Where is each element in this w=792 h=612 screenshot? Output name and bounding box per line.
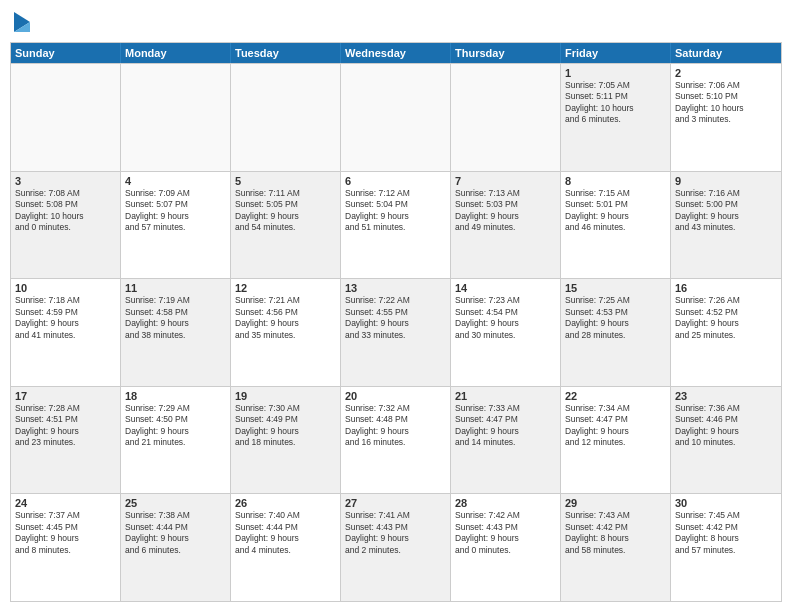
- calendar-cell: 17Sunrise: 7:28 AM Sunset: 4:51 PM Dayli…: [11, 387, 121, 494]
- calendar-cell: 13Sunrise: 7:22 AM Sunset: 4:55 PM Dayli…: [341, 279, 451, 386]
- day-info: Sunrise: 7:22 AM Sunset: 4:55 PM Dayligh…: [345, 295, 446, 341]
- day-number: 7: [455, 175, 556, 187]
- day-number: 5: [235, 175, 336, 187]
- calendar-cell: 24Sunrise: 7:37 AM Sunset: 4:45 PM Dayli…: [11, 494, 121, 601]
- calendar-cell: 20Sunrise: 7:32 AM Sunset: 4:48 PM Dayli…: [341, 387, 451, 494]
- calendar-cell: 11Sunrise: 7:19 AM Sunset: 4:58 PM Dayli…: [121, 279, 231, 386]
- calendar-cell: 12Sunrise: 7:21 AM Sunset: 4:56 PM Dayli…: [231, 279, 341, 386]
- header-day-thursday: Thursday: [451, 43, 561, 63]
- calendar-cell: 19Sunrise: 7:30 AM Sunset: 4:49 PM Dayli…: [231, 387, 341, 494]
- day-info: Sunrise: 7:38 AM Sunset: 4:44 PM Dayligh…: [125, 510, 226, 556]
- day-info: Sunrise: 7:43 AM Sunset: 4:42 PM Dayligh…: [565, 510, 666, 556]
- day-info: Sunrise: 7:45 AM Sunset: 4:42 PM Dayligh…: [675, 510, 777, 556]
- day-number: 13: [345, 282, 446, 294]
- day-number: 12: [235, 282, 336, 294]
- day-info: Sunrise: 7:19 AM Sunset: 4:58 PM Dayligh…: [125, 295, 226, 341]
- day-info: Sunrise: 7:23 AM Sunset: 4:54 PM Dayligh…: [455, 295, 556, 341]
- page: SundayMondayTuesdayWednesdayThursdayFrid…: [0, 0, 792, 612]
- calendar-cell: 6Sunrise: 7:12 AM Sunset: 5:04 PM Daylig…: [341, 172, 451, 279]
- day-info: Sunrise: 7:42 AM Sunset: 4:43 PM Dayligh…: [455, 510, 556, 556]
- calendar-cell: 29Sunrise: 7:43 AM Sunset: 4:42 PM Dayli…: [561, 494, 671, 601]
- calendar-row-2: 10Sunrise: 7:18 AM Sunset: 4:59 PM Dayli…: [11, 278, 781, 386]
- calendar-cell: 7Sunrise: 7:13 AM Sunset: 5:03 PM Daylig…: [451, 172, 561, 279]
- day-info: Sunrise: 7:36 AM Sunset: 4:46 PM Dayligh…: [675, 403, 777, 449]
- day-number: 23: [675, 390, 777, 402]
- header: [10, 10, 782, 34]
- day-info: Sunrise: 7:08 AM Sunset: 5:08 PM Dayligh…: [15, 188, 116, 234]
- day-info: Sunrise: 7:33 AM Sunset: 4:47 PM Dayligh…: [455, 403, 556, 449]
- calendar-cell: 2Sunrise: 7:06 AM Sunset: 5:10 PM Daylig…: [671, 64, 781, 171]
- header-day-friday: Friday: [561, 43, 671, 63]
- header-day-tuesday: Tuesday: [231, 43, 341, 63]
- day-info: Sunrise: 7:21 AM Sunset: 4:56 PM Dayligh…: [235, 295, 336, 341]
- calendar-cell: 10Sunrise: 7:18 AM Sunset: 4:59 PM Dayli…: [11, 279, 121, 386]
- calendar-cell: [451, 64, 561, 171]
- day-number: 11: [125, 282, 226, 294]
- calendar-cell: 3Sunrise: 7:08 AM Sunset: 5:08 PM Daylig…: [11, 172, 121, 279]
- calendar-cell: [341, 64, 451, 171]
- day-info: Sunrise: 7:25 AM Sunset: 4:53 PM Dayligh…: [565, 295, 666, 341]
- day-number: 19: [235, 390, 336, 402]
- calendar-cell: 15Sunrise: 7:25 AM Sunset: 4:53 PM Dayli…: [561, 279, 671, 386]
- header-day-sunday: Sunday: [11, 43, 121, 63]
- calendar-row-4: 24Sunrise: 7:37 AM Sunset: 4:45 PM Dayli…: [11, 493, 781, 601]
- day-number: 26: [235, 497, 336, 509]
- day-info: Sunrise: 7:11 AM Sunset: 5:05 PM Dayligh…: [235, 188, 336, 234]
- calendar-cell: [121, 64, 231, 171]
- day-number: 20: [345, 390, 446, 402]
- calendar: SundayMondayTuesdayWednesdayThursdayFrid…: [10, 42, 782, 602]
- day-number: 25: [125, 497, 226, 509]
- day-info: Sunrise: 7:26 AM Sunset: 4:52 PM Dayligh…: [675, 295, 777, 341]
- calendar-row-0: 1Sunrise: 7:05 AM Sunset: 5:11 PM Daylig…: [11, 63, 781, 171]
- day-info: Sunrise: 7:18 AM Sunset: 4:59 PM Dayligh…: [15, 295, 116, 341]
- day-number: 8: [565, 175, 666, 187]
- calendar-cell: [11, 64, 121, 171]
- header-day-wednesday: Wednesday: [341, 43, 451, 63]
- day-number: 29: [565, 497, 666, 509]
- day-info: Sunrise: 7:12 AM Sunset: 5:04 PM Dayligh…: [345, 188, 446, 234]
- calendar-cell: 18Sunrise: 7:29 AM Sunset: 4:50 PM Dayli…: [121, 387, 231, 494]
- logo-icon: [12, 10, 32, 34]
- calendar-cell: 8Sunrise: 7:15 AM Sunset: 5:01 PM Daylig…: [561, 172, 671, 279]
- calendar-row-3: 17Sunrise: 7:28 AM Sunset: 4:51 PM Dayli…: [11, 386, 781, 494]
- day-info: Sunrise: 7:40 AM Sunset: 4:44 PM Dayligh…: [235, 510, 336, 556]
- day-info: Sunrise: 7:41 AM Sunset: 4:43 PM Dayligh…: [345, 510, 446, 556]
- calendar-cell: 5Sunrise: 7:11 AM Sunset: 5:05 PM Daylig…: [231, 172, 341, 279]
- day-number: 6: [345, 175, 446, 187]
- day-info: Sunrise: 7:37 AM Sunset: 4:45 PM Dayligh…: [15, 510, 116, 556]
- day-info: Sunrise: 7:29 AM Sunset: 4:50 PM Dayligh…: [125, 403, 226, 449]
- day-number: 1: [565, 67, 666, 79]
- day-info: Sunrise: 7:16 AM Sunset: 5:00 PM Dayligh…: [675, 188, 777, 234]
- calendar-cell: 1Sunrise: 7:05 AM Sunset: 5:11 PM Daylig…: [561, 64, 671, 171]
- calendar-cell: 25Sunrise: 7:38 AM Sunset: 4:44 PM Dayli…: [121, 494, 231, 601]
- header-day-monday: Monday: [121, 43, 231, 63]
- day-info: Sunrise: 7:28 AM Sunset: 4:51 PM Dayligh…: [15, 403, 116, 449]
- day-info: Sunrise: 7:15 AM Sunset: 5:01 PM Dayligh…: [565, 188, 666, 234]
- day-number: 9: [675, 175, 777, 187]
- calendar-header: SundayMondayTuesdayWednesdayThursdayFrid…: [11, 43, 781, 63]
- day-number: 24: [15, 497, 116, 509]
- day-number: 17: [15, 390, 116, 402]
- day-number: 4: [125, 175, 226, 187]
- day-info: Sunrise: 7:32 AM Sunset: 4:48 PM Dayligh…: [345, 403, 446, 449]
- calendar-cell: 23Sunrise: 7:36 AM Sunset: 4:46 PM Dayli…: [671, 387, 781, 494]
- day-number: 16: [675, 282, 777, 294]
- day-number: 15: [565, 282, 666, 294]
- calendar-cell: [231, 64, 341, 171]
- calendar-cell: 22Sunrise: 7:34 AM Sunset: 4:47 PM Dayli…: [561, 387, 671, 494]
- day-number: 27: [345, 497, 446, 509]
- calendar-body: 1Sunrise: 7:05 AM Sunset: 5:11 PM Daylig…: [11, 63, 781, 601]
- calendar-cell: 9Sunrise: 7:16 AM Sunset: 5:00 PM Daylig…: [671, 172, 781, 279]
- logo: [10, 10, 32, 34]
- day-info: Sunrise: 7:13 AM Sunset: 5:03 PM Dayligh…: [455, 188, 556, 234]
- calendar-row-1: 3Sunrise: 7:08 AM Sunset: 5:08 PM Daylig…: [11, 171, 781, 279]
- day-number: 18: [125, 390, 226, 402]
- day-info: Sunrise: 7:09 AM Sunset: 5:07 PM Dayligh…: [125, 188, 226, 234]
- header-day-saturday: Saturday: [671, 43, 781, 63]
- calendar-cell: 28Sunrise: 7:42 AM Sunset: 4:43 PM Dayli…: [451, 494, 561, 601]
- day-number: 21: [455, 390, 556, 402]
- day-number: 2: [675, 67, 777, 79]
- day-number: 10: [15, 282, 116, 294]
- day-number: 22: [565, 390, 666, 402]
- calendar-cell: 27Sunrise: 7:41 AM Sunset: 4:43 PM Dayli…: [341, 494, 451, 601]
